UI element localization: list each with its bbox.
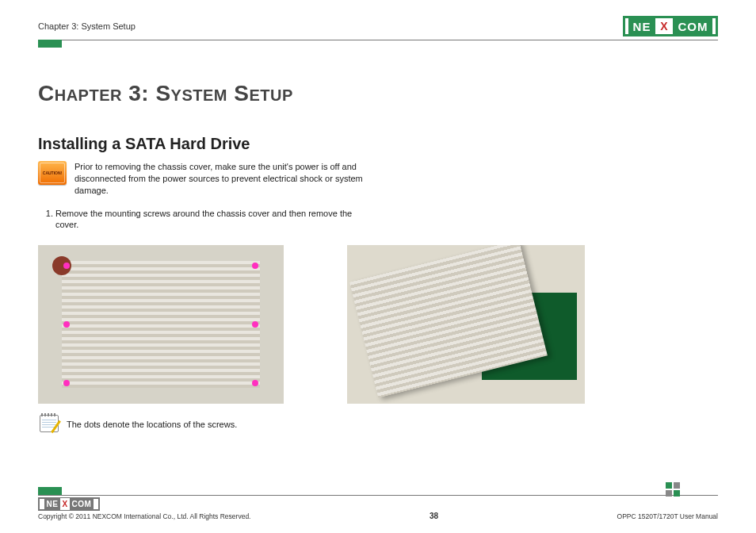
screw-dot-ml <box>63 321 70 328</box>
footer-rule <box>38 495 718 496</box>
deco-sq <box>666 482 672 489</box>
screw-dot-tr <box>252 263 258 269</box>
page-footer: NE X COM Copyright © 2011 NEXCOM Interna… <box>38 495 718 520</box>
figure-cover-removed <box>347 245 585 404</box>
deco-sq <box>674 482 680 489</box>
notepad-icon <box>38 413 60 435</box>
screw-dot-mr <box>252 321 258 328</box>
doc-id: OPPC 1520T/1720T User Manual <box>617 512 718 520</box>
deco-sq <box>674 490 680 497</box>
brand-logo: NE X COM <box>623 16 718 36</box>
logo-com: COM <box>673 17 712 36</box>
section-title: Installing a SATA Hard Drive <box>38 135 718 153</box>
deco-sq <box>666 490 672 497</box>
corner-decoration <box>666 482 680 497</box>
figure-chassis-screws <box>38 245 284 404</box>
note-text: The dots denote the locations of the scr… <box>67 420 237 429</box>
chapter-title: Chapter 3: System Setup <box>38 81 718 106</box>
breadcrumb: Chapter 3: System Setup <box>38 21 136 31</box>
page: Chapter 3: System Setup NE X COM Chapter… <box>0 0 756 533</box>
footer-row: NE X COM Copyright © 2011 NEXCOM Interna… <box>38 497 718 520</box>
caution-text: Prior to removing the chassis cover, mak… <box>74 161 371 197</box>
caution-block: CAUTION! Prior to removing the chassis c… <box>38 161 371 197</box>
figure-row <box>38 245 718 404</box>
step-1: Remove the mounting screws around the ch… <box>55 208 371 232</box>
logo-x-glyph: X <box>660 20 668 33</box>
footer-green-tab <box>38 487 62 495</box>
logo-x: X <box>655 18 673 34</box>
page-header: Chapter 3: System Setup NE X COM <box>38 16 718 36</box>
notepad-spiral <box>41 413 57 416</box>
footer-logo-ne: NE <box>44 498 61 510</box>
footer-logo: NE X COM <box>38 497 100 511</box>
logo-ne: NE <box>628 17 656 36</box>
step-list: Remove the mounting screws around the ch… <box>38 208 371 232</box>
caution-icon-label: CAUTION! <box>43 171 62 175</box>
header-green-tab <box>38 40 62 48</box>
header-rule <box>38 40 718 40</box>
footer-logo-com: COM <box>70 498 94 510</box>
footer-logo-x: X <box>60 498 69 510</box>
heatsink-illustration <box>62 261 260 388</box>
page-number: 38 <box>430 512 438 520</box>
brand-logo-box: NE X COM <box>623 16 718 36</box>
copyright-text: Copyright © 2011 NEXCOM International Co… <box>38 512 250 520</box>
note-block: The dots denote the locations of the scr… <box>38 413 718 435</box>
caution-icon: CAUTION! <box>38 161 67 185</box>
screw-dot-br <box>252 380 258 386</box>
screw-dot-bl <box>63 380 70 386</box>
